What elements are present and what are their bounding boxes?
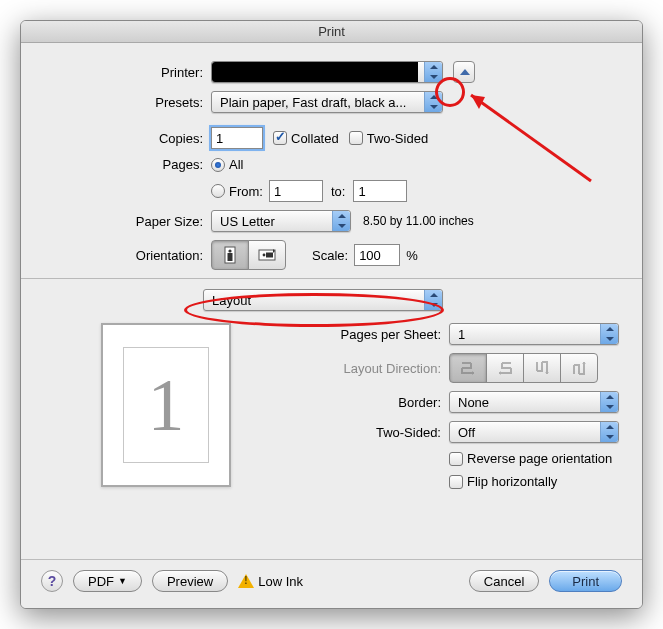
- preview-page-number: 1: [148, 363, 185, 448]
- scale-label: Scale:: [312, 248, 348, 263]
- dialog-footer: ? PDF ▼ Preview Low Ink Cancel Print: [21, 559, 642, 608]
- paper-size-label: Paper Size:: [41, 214, 211, 229]
- chevron-down-icon: ▼: [118, 576, 127, 586]
- orientation-segmented: [211, 240, 286, 270]
- two-sided-label: Two-Sided: [367, 131, 428, 146]
- chevrons-icon: [600, 392, 618, 412]
- separator: [21, 278, 642, 279]
- layout-two-sided-label: Two-Sided:: [249, 425, 449, 440]
- chevrons-icon: [424, 290, 442, 310]
- section-value: Layout: [212, 293, 251, 308]
- window-title: Print: [21, 21, 642, 43]
- preview-button[interactable]: Preview: [152, 570, 228, 592]
- orientation-portrait[interactable]: [211, 240, 249, 270]
- printer-popup[interactable]: [211, 61, 443, 83]
- help-button[interactable]: ?: [41, 570, 63, 592]
- border-popup[interactable]: None: [449, 391, 619, 413]
- pages-per-sheet-value: 1: [458, 327, 465, 342]
- pages-all-radio[interactable]: All: [211, 157, 243, 172]
- layout-dir-4[interactable]: [560, 353, 598, 383]
- paper-size-popup[interactable]: US Letter: [211, 210, 351, 232]
- layout-two-sided-popup[interactable]: Off: [449, 421, 619, 443]
- flip-horizontally-label: Flip horizontally: [467, 474, 557, 489]
- radio-icon: [211, 184, 225, 198]
- pages-per-sheet-label: Pages per Sheet:: [249, 327, 449, 342]
- svg-rect-5: [266, 253, 273, 258]
- chevrons-icon: [332, 211, 350, 231]
- presets-value: Plain paper, Fast draft, black a...: [220, 95, 406, 110]
- warning-icon: [238, 574, 254, 588]
- chevrons-icon: [600, 324, 618, 344]
- dialog-content: Printer: Presets: Plain paper, Fast draf…: [21, 43, 642, 497]
- paper-size-value: US Letter: [220, 214, 275, 229]
- checkbox-icon: [349, 131, 363, 145]
- copies-input[interactable]: [211, 127, 263, 149]
- section-popup[interactable]: Layout: [203, 289, 443, 311]
- layout-direction-label: Layout Direction:: [249, 361, 449, 376]
- border-label: Border:: [249, 395, 449, 410]
- print-label: Print: [572, 574, 599, 589]
- pages-to-input[interactable]: [353, 180, 407, 202]
- orientation-landscape[interactable]: [248, 240, 286, 270]
- layout-dir-2[interactable]: [486, 353, 524, 383]
- svg-rect-2: [228, 253, 233, 261]
- flip-horizontally-checkbox[interactable]: Flip horizontally: [449, 474, 557, 489]
- border-value: None: [458, 395, 489, 410]
- preview-label: Preview: [167, 574, 213, 589]
- svg-point-4: [263, 254, 266, 257]
- disclose-button[interactable]: [453, 61, 475, 83]
- pages-from-label: From:: [229, 184, 263, 199]
- orientation-label: Orientation:: [41, 248, 211, 263]
- presets-popup[interactable]: Plain paper, Fast draft, black a...: [211, 91, 443, 113]
- print-dialog: Print Printer: Presets: Plain paper, Fas…: [20, 20, 643, 609]
- chevrons-icon: [600, 422, 618, 442]
- chevrons-icon: [424, 92, 442, 112]
- pages-all-label: All: [229, 157, 243, 172]
- copies-label: Copies:: [41, 131, 211, 146]
- collated-checkbox[interactable]: Collated: [273, 131, 339, 146]
- scale-unit: %: [400, 248, 418, 263]
- presets-label: Presets:: [41, 95, 211, 110]
- checkbox-icon: [273, 131, 287, 145]
- collated-label: Collated: [291, 131, 339, 146]
- layout-direction-segmented: [449, 353, 598, 383]
- page-preview: 1: [101, 323, 231, 487]
- checkbox-icon: [449, 475, 463, 489]
- printer-label: Printer:: [41, 65, 211, 80]
- pdf-label: PDF: [88, 574, 114, 589]
- cancel-label: Cancel: [484, 574, 524, 589]
- scale-input[interactable]: [354, 244, 400, 266]
- reverse-orientation-checkbox[interactable]: Reverse page orientation: [449, 451, 612, 466]
- radio-icon: [211, 158, 225, 172]
- print-button[interactable]: Print: [549, 570, 622, 592]
- pages-to-label: to:: [323, 184, 353, 199]
- chevrons-icon: [424, 62, 442, 82]
- pages-range-radio[interactable]: From:: [211, 184, 263, 199]
- checkbox-icon: [449, 452, 463, 466]
- low-ink-label: Low Ink: [258, 574, 303, 589]
- paper-dims: 8.50 by 11.00 inches: [351, 214, 474, 228]
- help-icon: ?: [48, 573, 57, 589]
- svg-point-1: [228, 249, 231, 252]
- pages-label: Pages:: [41, 157, 211, 172]
- reverse-orientation-label: Reverse page orientation: [467, 451, 612, 466]
- pages-per-sheet-popup[interactable]: 1: [449, 323, 619, 345]
- printer-value: [212, 62, 418, 82]
- two-sided-checkbox[interactable]: Two-Sided: [349, 131, 428, 146]
- pdf-menu-button[interactable]: PDF ▼: [73, 570, 142, 592]
- cancel-button[interactable]: Cancel: [469, 570, 539, 592]
- layout-dir-1[interactable]: [449, 353, 487, 383]
- layout-two-sided-value: Off: [458, 425, 475, 440]
- pages-from-input[interactable]: [269, 180, 323, 202]
- layout-dir-3[interactable]: [523, 353, 561, 383]
